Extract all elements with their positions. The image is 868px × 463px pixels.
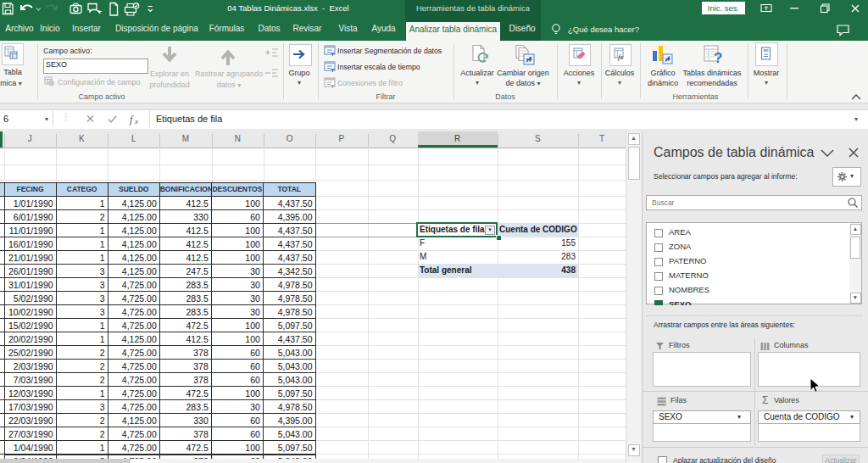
svg-text:x: x bbox=[134, 117, 138, 126]
svg-text:f: f bbox=[130, 114, 134, 126]
svg-text:?: ? bbox=[714, 50, 722, 66]
svg-text:fx: fx bbox=[618, 53, 624, 61]
